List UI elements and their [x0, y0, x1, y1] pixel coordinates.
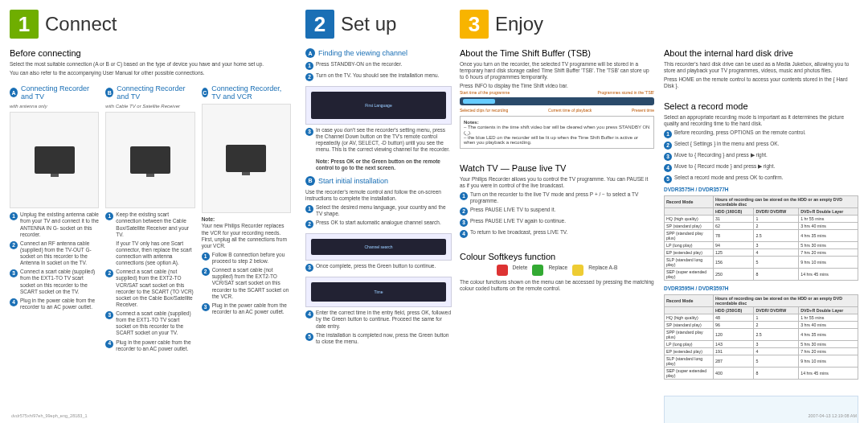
table1-title: DVDR3575H / DVDR3577H: [664, 187, 858, 193]
option-b-steps: 1Keep the existing scart connection betw…: [105, 212, 194, 352]
softkeys-p1: The colour functions shown on the menu c…: [460, 279, 654, 292]
option-b: B Connecting Recorder and TV with Cable …: [105, 81, 194, 355]
letter-b-icon: B: [105, 88, 113, 97]
step-title-setup: Set up: [341, 13, 396, 35]
setup-a-title: Finding the viewing channel: [318, 49, 407, 57]
remote-illustration: PAUSE LIVE TV: [664, 396, 858, 423]
tsb-label-clips: Selected clips for recording: [460, 108, 508, 113]
step-number-1: 1: [10, 10, 39, 39]
setup-b-intro: Use the recorder's remote control and fo…: [305, 189, 452, 202]
section-setup: 2 Set up A Finding the viewing channel 1…: [305, 10, 452, 407]
option-a-steps: 1Unplug the existing antenna cable from …: [10, 212, 99, 310]
softkeys-heading: Colour Softkeys function: [460, 252, 654, 261]
option-a: A Connecting Recorder and TV with antenn…: [10, 81, 99, 355]
tsb-label-current: Current time of playback: [548, 108, 592, 113]
step-number-2: 2: [305, 10, 334, 39]
before-connecting-text: Select the most suitable connection (A o…: [10, 61, 291, 68]
section-connect: 1 Connect Before connecting Select the m…: [10, 10, 291, 407]
table-row: EP (extended play)12547 hrs 20 mins: [665, 248, 858, 256]
setup-a-screenshot: First Language: [305, 86, 452, 125]
optc-note-head: Note:: [202, 216, 215, 222]
letter-a-icon: A: [10, 88, 18, 97]
table-row: HQ (high quality)4811 hr 55 mins: [665, 314, 858, 322]
table-row: LP (long play)14335 hrs 30 mins: [665, 341, 858, 348]
tsb-label-start: Start time of the programme: [460, 90, 510, 95]
setup-b-icon: B: [305, 176, 315, 186]
option-c: C Connecting Recorder, TV and VCR Note: …: [202, 81, 291, 355]
table-row: SP (standard play)6223 hrs 40 mins: [665, 222, 858, 229]
setup-a-note: Note: Press OK or the Green button on th…: [316, 158, 440, 170]
table-row: HQ (high quality)3111 hr 55 mins: [665, 215, 858, 222]
table-row: SLP (standard long play)28759 hrs 10 min…: [665, 355, 858, 368]
table-row: SPP (standard play plus)782.54 hrs 35 mi…: [665, 229, 858, 241]
option-a-diagram: [10, 112, 99, 208]
softkey-yellow-icon: [572, 265, 583, 276]
before-connecting-heading: Before connecting: [10, 48, 291, 58]
enjoy-right-col: About the internal hard disk drive This …: [664, 45, 858, 423]
option-b-title: Connecting Recorder and TV: [117, 84, 194, 101]
table-row: SEP (super extended play)400814 hrs 45 m…: [665, 368, 858, 380]
option-a-subtitle: with antenna only: [10, 104, 99, 109]
softkeys-legend: Delete Replace Replace A-B: [460, 265, 654, 276]
hdd-heading: About the internal hard disk drive: [664, 48, 858, 58]
setup-b-title: Start initial installation: [318, 177, 388, 185]
record-mode-table-1: Record ModeHours of recording can be sto…: [664, 195, 858, 281]
table-row: SEP (super extended play)250814 hrs 45 m…: [665, 268, 858, 280]
table2-title: DVDR3595H / DVDR3597H: [664, 285, 858, 292]
tsb-label-present: Present time: [632, 108, 654, 113]
softkey-red-icon: [497, 265, 508, 276]
table-row: SPP (standard play plus)1202.54 hrs 35 m…: [665, 329, 858, 341]
record-mode-table-2: Record ModeHours of recording can be sto…: [664, 294, 858, 380]
option-a-title: Connecting Recorder and TV: [21, 84, 99, 101]
watch-heading: Watch TV — Pause live TV: [460, 163, 654, 173]
option-c-steps: 1Follow B connection before you proceed …: [202, 252, 291, 315]
table-row: SLP (standard long play)15659 hrs 10 min…: [665, 256, 858, 268]
hdd-p1: This recorder's hard disk drive can be u…: [664, 61, 858, 74]
step-title-enjoy: Enjoy: [495, 13, 543, 35]
option-b-diagram: [105, 112, 194, 208]
option-c-diagram: [202, 104, 291, 213]
recmode-p1: Select an appropriate recording mode is …: [664, 114, 858, 127]
hdd-p2: Press HOME on the remote control to acce…: [664, 76, 858, 89]
table-row: LP (long play)9435 hrs 30 mins: [665, 241, 858, 248]
setup-b-screenshot2: Time: [305, 277, 452, 307]
footer-date: 2007-04-13 12:19:08 AM: [808, 413, 857, 418]
letter-c-icon: C: [202, 88, 208, 97]
tsb-p1: Once you turn on the recorder, the selec…: [460, 61, 654, 80]
table-row: EP (extended play)19147 hrs 20 mins: [665, 348, 858, 355]
tsb-bar-graphic: [460, 97, 654, 105]
setup-a-icon: A: [305, 48, 315, 58]
footer-filename: dvdr575xh/97eh_99eph_eng_28183_1: [11, 413, 88, 418]
tsb-label-stored: Programmes stored in the 'TSB': [597, 90, 654, 95]
optc-note-text: Your new Philips Recorder replaces the V…: [202, 223, 291, 249]
tsb-p2: Press INFO to display the Time Shift vid…: [460, 83, 654, 89]
enjoy-left-col: About the Time Shift Buffer (TSB) Once y…: [460, 45, 654, 423]
option-c-title: Connecting Recorder, TV and VCR: [211, 84, 291, 101]
tsb-notes-box: Notes: – The contents in the time shift …: [460, 116, 654, 149]
section-enjoy: 3 Enjoy About the Time Shift Buffer (TSB…: [460, 10, 858, 407]
option-b-subtitle: with Cable TV or Satellite Receiver: [105, 104, 194, 109]
setup-b-screenshot1: Channel search: [305, 233, 452, 261]
step-title-connect: Connect: [45, 13, 117, 35]
tsb-heading: About the Time Shift Buffer (TSB): [460, 48, 654, 58]
table-row: SP (standard play)9623 hrs 40 mins: [665, 322, 858, 329]
watch-p1: Your Philips Recorder allows you to cont…: [460, 176, 654, 189]
softkey-green-icon: [532, 265, 543, 276]
before-connecting-text2: You can also refer to the accompanying U…: [10, 70, 291, 76]
recmode-heading: Select a record mode: [664, 101, 858, 111]
step-number-3: 3: [460, 10, 489, 39]
